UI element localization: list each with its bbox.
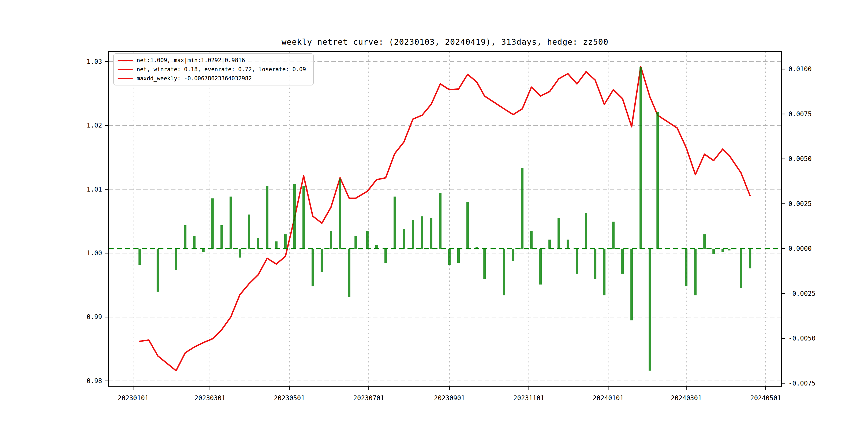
weekly-return-bar	[229, 197, 232, 249]
chart-title: weekly netret curve: (20230103, 20240419…	[282, 37, 609, 46]
x-tick-label: 20230701	[353, 394, 384, 402]
x-tick-label: 20230101	[118, 394, 149, 402]
y-right-tick-label: 0.0050	[788, 155, 812, 163]
weekly-return-bar	[312, 249, 314, 286]
gridlines	[108, 52, 781, 386]
weekly-return-bar	[703, 234, 706, 249]
x-tick-label: 20230501	[274, 394, 305, 402]
weekly-return-bar	[539, 249, 542, 284]
weekly-return-bar	[248, 215, 250, 249]
weekly-return-bar	[740, 249, 742, 288]
weekly-return-bar	[239, 249, 241, 258]
weekly-return-bar	[175, 249, 177, 270]
weekly-return-bar	[220, 225, 223, 249]
weekly-return-bar	[403, 229, 405, 249]
x-tick-label: 20240501	[750, 394, 781, 402]
x-tick-label: 20231101	[513, 394, 545, 402]
x-tick-label: 20230901	[434, 394, 465, 402]
weekly-return-bar	[157, 249, 159, 292]
y-right-tick-label: -0.0075	[788, 380, 815, 387]
legend-item-net: net:1.009, max|min:1.0292|0.9816	[118, 57, 309, 64]
y-right-tick-label: -0.0025	[788, 290, 815, 298]
weekly-return-bar	[483, 249, 486, 279]
y-left-tick-label: 1.03	[87, 58, 102, 65]
y-left-tick-label: 1.02	[87, 122, 102, 129]
y-right-tick-label: 0.0075	[788, 111, 812, 118]
weekly-return-bar	[694, 249, 696, 295]
red-line-swatch-icon	[118, 78, 133, 79]
weekly-return-bar	[521, 168, 524, 249]
weekly-return-bars	[138, 67, 751, 371]
weekly-return-bar	[421, 216, 423, 249]
plot-border	[108, 52, 781, 386]
y-right-tick-label: 0.0025	[788, 200, 812, 208]
y-left-tick-label: 0.98	[87, 377, 102, 385]
weekly-return-bar	[530, 231, 533, 249]
y-right-tick-label: 0.0000	[788, 245, 812, 252]
red-line-swatch-icon	[118, 69, 133, 70]
legend-item-winrate: net, winrate: 0.18, evenrate: 0.72, lose…	[118, 66, 309, 73]
weekly-return-bar	[211, 198, 214, 249]
weekly-return-bar	[630, 249, 633, 320]
y-right-tick-label: -0.0050	[788, 335, 815, 342]
weekly-return-bar	[394, 197, 396, 249]
y-right-tick-label: 0.0100	[788, 65, 812, 73]
legend-label: maxdd_weekly: -0.00678623364032982	[136, 75, 252, 82]
axis-tick-labels: 1.031.021.011.000.990.980.01000.00750.00…	[87, 58, 815, 402]
weekly-return-bar	[366, 231, 369, 249]
legend-item-maxdd: maxdd_weekly: -0.00678623364032982	[118, 75, 309, 82]
weekly-return-bar	[457, 249, 460, 263]
weekly-return-bar	[567, 240, 569, 249]
weekly-return-bar	[448, 249, 451, 265]
weekly-return-bar	[348, 249, 350, 297]
weekly-return-bar	[512, 249, 515, 261]
weekly-return-bar	[503, 249, 505, 295]
weekly-return-bar	[303, 186, 305, 249]
weekly-return-bar	[656, 112, 659, 249]
weekly-return-bar	[603, 249, 606, 295]
weekly-return-bar	[685, 249, 687, 286]
weekly-return-bar	[354, 236, 357, 249]
legend-label: net, winrate: 0.18, evenrate: 0.72, lose…	[136, 66, 306, 73]
weekly-return-bar	[749, 249, 751, 269]
weekly-return-bar	[466, 202, 469, 249]
weekly-return-bar	[649, 249, 651, 371]
weekly-return-bar	[266, 186, 269, 249]
x-tick-label: 20240101	[593, 394, 624, 402]
weekly-return-bar	[257, 238, 259, 249]
weekly-return-bar	[728, 249, 731, 250]
x-tick-label: 20240301	[671, 394, 702, 402]
legend-box: net:1.009, max|min:1.0292|0.9816 net, wi…	[113, 53, 314, 86]
weekly-return-bar	[585, 213, 587, 249]
weekly-return-bar	[558, 218, 560, 249]
weekly-return-bar	[330, 231, 332, 249]
weekly-return-bar	[321, 249, 323, 272]
weekly-return-bar	[640, 67, 642, 249]
weekly-return-bar	[293, 184, 296, 249]
weekly-return-bar	[548, 240, 551, 249]
weekly-return-bar	[339, 179, 341, 249]
weekly-return-bar	[594, 249, 596, 279]
legend-label: net:1.009, max|min:1.0292|0.9816	[136, 57, 245, 64]
y-left-tick-label: 1.01	[87, 186, 102, 193]
weekly-return-bar	[621, 249, 624, 274]
red-line-swatch-icon	[118, 60, 133, 61]
figure: 1.031.021.011.000.990.980.01000.00750.00…	[0, 0, 868, 434]
weekly-return-bar	[284, 234, 287, 249]
weekly-return-bar	[576, 249, 578, 274]
weekly-return-bar	[439, 193, 441, 249]
weekly-return-bar	[138, 249, 141, 265]
weekly-return-bar	[412, 220, 414, 249]
weekly-return-bar	[430, 218, 432, 249]
weekly-return-bar	[384, 249, 387, 263]
y-left-tick-label: 0.99	[87, 313, 102, 321]
weekly-return-bar	[712, 249, 715, 254]
y-left-tick-label: 1.00	[87, 249, 102, 257]
weekly-return-bar	[184, 225, 186, 249]
x-tick-label: 20230301	[194, 394, 225, 402]
weekly-return-bar	[193, 236, 195, 249]
weekly-return-bar	[612, 222, 615, 249]
weekly-return-bar	[275, 241, 278, 249]
